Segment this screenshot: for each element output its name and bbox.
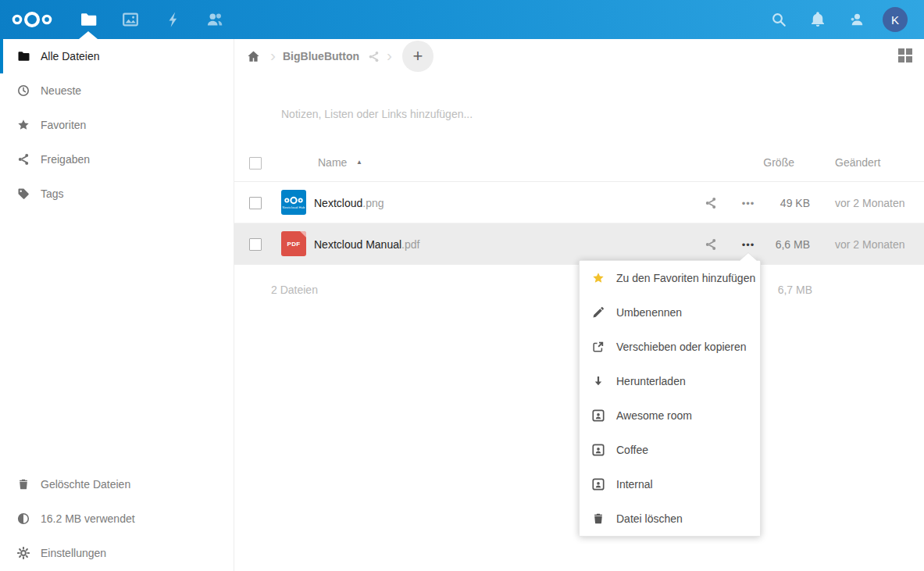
- menu-item-label: Awesome room: [616, 409, 692, 422]
- menu-item-label: Umbenennen: [616, 306, 682, 319]
- popover-arrow: [740, 253, 757, 261]
- add-new-button[interactable]: +: [402, 41, 433, 72]
- menu-item-room-coffee[interactable]: Coffee: [580, 433, 760, 467]
- nextcloud-logo-icon[interactable]: [10, 10, 54, 32]
- trash-icon: [17, 478, 30, 491]
- sidebar-item-quota[interactable]: 16.2 MB verwendet: [0, 501, 233, 536]
- file-name: Nextcloud Manual.pdf: [314, 223, 419, 265]
- sidebar-item-label: Neueste: [41, 84, 81, 97]
- file-extension: .png: [362, 197, 384, 209]
- menu-item-label: Zu den Favoriten hinzufügen: [616, 272, 755, 284]
- total-size-summary: 6,7 MB: [778, 284, 812, 296]
- row-more-actions-icon[interactable]: •••: [737, 192, 759, 214]
- menu-item-rename[interactable]: Umbenennen: [580, 295, 760, 330]
- file-actions-menu: Zu den Favoriten hinzufügen Umbenennen V…: [579, 260, 761, 537]
- file-size: 49 KB: [780, 182, 810, 223]
- star-icon: [17, 119, 30, 131]
- contacts-menu-icon[interactable]: [849, 12, 865, 27]
- sidebar-item-label: Einstellungen: [41, 547, 106, 559]
- sort-ascending-icon[interactable]: ▲: [356, 159, 362, 166]
- download-icon: [592, 375, 605, 387]
- thumbnail-label: Nextcloud Hub: [283, 205, 305, 209]
- room-icon: [592, 409, 605, 422]
- select-all-checkbox[interactable]: [249, 157, 262, 170]
- file-modified: vor 2 Monaten: [835, 182, 905, 223]
- folder-notes-input[interactable]: Notizen, Listen oder Links hinzufügen...: [281, 108, 473, 120]
- sidebar-item-all-files[interactable]: Alle Dateien: [0, 39, 234, 73]
- move-icon: [592, 341, 605, 353]
- breadcrumb-share-icon[interactable]: [368, 51, 380, 62]
- share-icon: [17, 153, 30, 166]
- sidebar-item-shares[interactable]: Freigaben: [0, 142, 234, 177]
- active-app-indicator: [79, 31, 98, 39]
- sidebar-item-label: Freigaben: [41, 153, 90, 166]
- file-size: 6,6 MB: [776, 223, 810, 265]
- file-row-nextcloud-manual-pdf[interactable]: PDF Nextcloud Manual.pdf ••• 6,6 MB vor …: [234, 223, 924, 265]
- folder-icon: [17, 50, 30, 62]
- top-bar: K: [0, 0, 924, 39]
- sidebar-item-settings[interactable]: Einstellungen: [0, 536, 233, 570]
- nextcloud-files-app: K Alle Dateien Neueste Favoriten Freiga: [0, 0, 924, 571]
- sidebar-item-deleted-files[interactable]: Gelöschte Dateien: [0, 467, 233, 501]
- user-avatar[interactable]: K: [883, 7, 908, 32]
- breadcrumb-separator: ›: [270, 46, 276, 65]
- column-header-size[interactable]: Größe: [763, 156, 794, 169]
- gear-icon: [17, 547, 30, 559]
- tag-icon: [17, 187, 30, 200]
- menu-item-download[interactable]: Herunterladen: [580, 364, 760, 398]
- png-thumbnail: Nextcloud Hub: [281, 190, 306, 215]
- quota-pie-icon: [17, 512, 30, 525]
- row-share-icon[interactable]: [705, 197, 717, 209]
- breadcrumb-folder[interactable]: BigBlueButton: [283, 50, 359, 62]
- file-name: Nextcloud.png: [314, 182, 384, 223]
- row-checkbox[interactable]: [249, 197, 262, 209]
- sidebar-item-label: Tags: [41, 187, 64, 200]
- trash-icon: [592, 512, 605, 525]
- row-share-icon[interactable]: [705, 238, 717, 251]
- file-row-nextcloud-png[interactable]: Nextcloud Hub Nextcloud.png ••• 49 KB vo…: [234, 182, 924, 223]
- menu-item-label: Datei löschen: [616, 512, 683, 525]
- sidebar: Alle Dateien Neueste Favoriten Freigaben…: [0, 39, 234, 571]
- files-app-icon[interactable]: [80, 11, 97, 28]
- notifications-bell-icon[interactable]: [810, 12, 826, 27]
- sidebar-item-favorites[interactable]: Favoriten: [0, 108, 234, 142]
- star-icon: [592, 272, 605, 284]
- home-icon[interactable]: [247, 50, 260, 63]
- breadcrumb: › BigBlueButton › +: [244, 41, 433, 72]
- pdf-thumbnail: PDF: [281, 231, 306, 256]
- file-modified: vor 2 Monaten: [835, 223, 905, 265]
- menu-item-move-or-copy[interactable]: Verschieben oder kopieren: [580, 330, 760, 364]
- menu-item-room-awesome-room[interactable]: Awesome room: [580, 398, 760, 433]
- file-basename: Nextcloud: [314, 197, 362, 209]
- menu-item-label: Verschieben oder kopieren: [616, 341, 747, 353]
- photos-app-icon[interactable]: [122, 11, 139, 28]
- menu-item-delete-file[interactable]: Datei löschen: [580, 501, 760, 536]
- room-icon: [592, 478, 605, 491]
- sidebar-item-label: Favoriten: [41, 119, 86, 131]
- menu-item-room-internal[interactable]: Internal: [580, 467, 760, 501]
- menu-item-label: Herunterladen: [616, 375, 686, 387]
- file-basename: Nextcloud Manual: [314, 238, 401, 251]
- file-count-summary: 2 Dateien: [271, 284, 318, 296]
- file-list-header: Name ▲ Größe Geändert: [234, 145, 924, 182]
- activity-app-icon[interactable]: [165, 11, 182, 28]
- menu-item-label: Internal: [616, 478, 653, 491]
- menu-item-add-to-favorites[interactable]: Zu den Favoriten hinzufügen: [580, 261, 760, 295]
- breadcrumb-separator: ›: [387, 46, 392, 65]
- menu-item-label: Coffee: [616, 444, 648, 456]
- sidebar-bottom: Gelöschte Dateien 16.2 MB verwendet Eins…: [0, 467, 233, 570]
- row-checkbox[interactable]: [249, 238, 262, 251]
- grid-view-toggle-icon[interactable]: [898, 48, 912, 62]
- pencil-icon: [592, 306, 605, 319]
- thumbnail-label: PDF: [287, 241, 301, 248]
- search-icon[interactable]: [771, 12, 787, 27]
- column-header-modified[interactable]: Geändert: [835, 156, 880, 169]
- sidebar-item-tags[interactable]: Tags: [0, 177, 234, 211]
- column-header-name[interactable]: Name: [318, 156, 347, 169]
- clock-icon: [17, 84, 30, 97]
- sidebar-item-recent[interactable]: Neueste: [0, 73, 234, 108]
- sidebar-item-label: Alle Dateien: [41, 50, 100, 62]
- file-extension: .pdf: [401, 238, 419, 251]
- room-icon: [592, 444, 605, 456]
- contacts-app-icon[interactable]: [206, 11, 223, 28]
